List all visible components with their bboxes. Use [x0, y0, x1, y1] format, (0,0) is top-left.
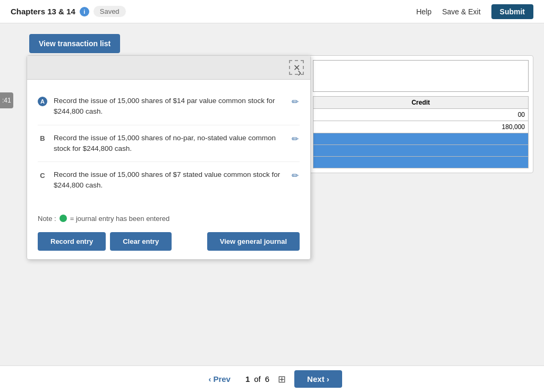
credit-table: Credit 00 180,000 [313, 96, 529, 168]
side-indicator: :41 [0, 92, 13, 108]
item-text-b: Record the issue of 15,000 shares of no-… [54, 133, 284, 155]
item-text-c: Record the issue of 15,000 shares of $7 … [54, 169, 284, 191]
pagination-info: 1 of 6 [245, 374, 269, 384]
note-prefix: Note : [38, 215, 56, 223]
view-general-journal-button[interactable]: View general journal [207, 232, 300, 251]
note-area: Note : = journal entry has been entered [27, 207, 310, 228]
blue-cell-3 [313, 157, 529, 168]
right-panel: Credit 00 180,000 [308, 55, 533, 173]
journal-input[interactable] [313, 60, 529, 92]
clear-entry-button[interactable]: Clear entry [110, 232, 172, 251]
cell-value2: 180,000 [313, 121, 529, 133]
transaction-item-b: B Record the issue of 15,000 shares of n… [38, 125, 300, 163]
transaction-item-c: C Record the issue of 15,000 shares of $… [38, 162, 300, 199]
edit-button-c[interactable]: ✏ [291, 169, 300, 182]
next-label: Next [307, 374, 325, 384]
note-suffix: = journal entry has been entered [70, 215, 170, 223]
blue-cell-2 [313, 145, 529, 157]
next-button[interactable]: Next › [294, 370, 342, 388]
current-page: 1 [245, 374, 250, 384]
blue-cell-1 [313, 133, 529, 145]
table-row-4 [313, 145, 529, 157]
table-row-5 [313, 157, 529, 168]
bottom-bar: ‹ Prev 1 of 6 ⊞ Next › [0, 365, 544, 392]
next-chevron-icon: › [327, 374, 329, 384]
record-entry-button[interactable]: Record entry [38, 232, 106, 251]
nav-left: Chapters 13 & 14 i Saved [11, 6, 126, 17]
transaction-item-a: A Record the issue of 15,000 shares of $… [38, 88, 300, 125]
info-icon[interactable]: i [80, 7, 89, 16]
save-exit-link[interactable]: Save & Exit [442, 7, 480, 16]
help-link[interactable]: Help [416, 7, 431, 16]
main-content: View transaction list :41 › ✕ A Record t… [0, 23, 544, 365]
item-text-a: Record the issue of 15,000 shares of $14… [54, 96, 284, 117]
view-transaction-button[interactable]: View transaction list [29, 34, 120, 53]
modal-panel: ✕ A Record the issue of 15,000 shares of… [27, 55, 311, 260]
of-label: of [254, 374, 261, 384]
saved-badge: Saved [94, 6, 126, 17]
table-row-3 [313, 133, 529, 145]
close-button[interactable]: ✕ [289, 60, 304, 75]
green-dot-icon [60, 215, 67, 222]
top-nav: Chapters 13 & 14 i Saved Help Save & Exi… [0, 0, 544, 23]
page-title: Chapters 13 & 14 [11, 7, 75, 16]
modal-header: ✕ [27, 56, 310, 80]
prev-button[interactable]: ‹ Prev [202, 372, 237, 386]
table-row-1: 00 [313, 109, 529, 121]
prev-chevron-icon: ‹ [208, 374, 211, 384]
chevron-right-icon[interactable]: › [298, 66, 301, 80]
item-label-c: C [38, 171, 47, 180]
edit-button-b[interactable]: ✏ [291, 133, 300, 145]
cell-value1: 00 [313, 109, 529, 121]
modal-footer: Record entry Clear entry View general jo… [27, 228, 310, 259]
modal-body: A Record the issue of 15,000 shares of $… [27, 80, 310, 207]
submit-button[interactable]: Submit [491, 4, 533, 19]
grid-icon[interactable]: ⊞ [278, 373, 286, 385]
edit-button-a[interactable]: ✏ [291, 96, 300, 108]
credit-header: Credit [313, 97, 529, 109]
item-label-b: B [38, 134, 47, 143]
prev-label: Prev [213, 374, 231, 384]
right-panel-content: Credit 00 180,000 [309, 56, 533, 173]
nav-right: Help Save & Exit Submit [416, 4, 533, 19]
total-pages: 6 [265, 374, 269, 384]
item-label-a: A [38, 97, 47, 106]
table-row-2: 180,000 [313, 121, 529, 133]
